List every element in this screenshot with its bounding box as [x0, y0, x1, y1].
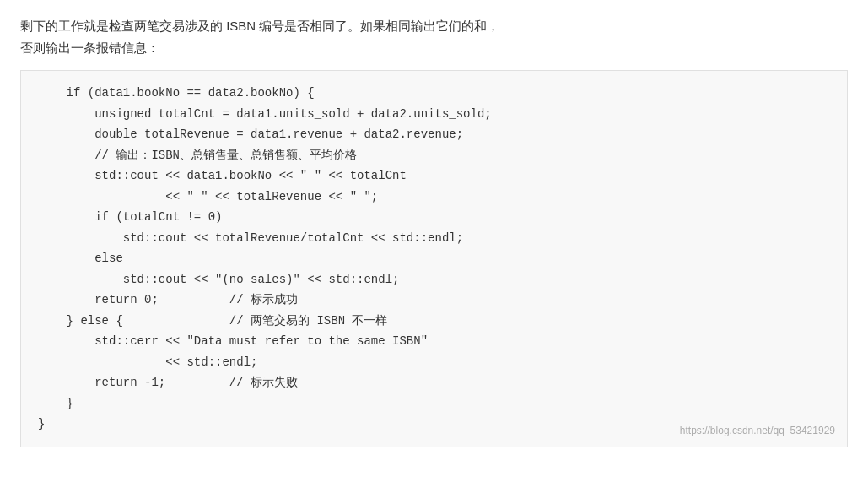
code-line-1: if (data1.bookNo == data2.bookNo) {	[38, 83, 830, 104]
code-line-3: double totalRevenue = data1.revenue + da…	[38, 124, 830, 145]
code-line-5: std::cout << data1.bookNo << " " << tota…	[38, 165, 830, 187]
code-line-6: << " " << totalRevenue << " ";	[38, 187, 830, 208]
code-line-12: } else { // 两笔交易的 ISBN 不一样	[38, 311, 830, 332]
code-line-11: return 0; // 标示成功	[38, 290, 830, 311]
footer-url: https://blog.csdn.net/qq_53421929	[680, 422, 835, 440]
code-line-16: }	[38, 393, 830, 415]
code-line-2: unsigned totalCnt = data1.units_sold + d…	[38, 104, 830, 125]
intro-paragraph: 剩下的工作就是检查两笔交易涉及的 ISBN 编号是否相同了。如果相同输出它们的和…	[20, 15, 848, 58]
code-line-13: std::cerr << "Data must refer to the sam…	[38, 331, 830, 352]
code-line-15: return -1; // 标示失败	[38, 372, 830, 393]
code-line-4: // 输出：ISBN、总销售量、总销售额、平均价格	[38, 145, 830, 166]
code-line-8: std::cout << totalRevenue/totalCnt << st…	[38, 228, 830, 249]
intro-line1: 剩下的工作就是检查两笔交易涉及的 ISBN 编号是否相同了。如果相同输出它们的和…	[20, 19, 499, 33]
code-line-7: if (totalCnt != 0)	[38, 207, 830, 228]
code-line-14: << std::endl;	[38, 352, 830, 373]
page-container: 剩下的工作就是检查两笔交易涉及的 ISBN 编号是否相同了。如果相同输出它们的和…	[0, 0, 868, 463]
intro-line2: 否则输出一条报错信息：	[20, 41, 159, 55]
code-line-10: std::cout << "(no sales)" << std::endl;	[38, 269, 830, 290]
code-line-9: else	[38, 248, 830, 269]
code-block: if (data1.bookNo == data2.bookNo) { unsi…	[20, 70, 848, 447]
